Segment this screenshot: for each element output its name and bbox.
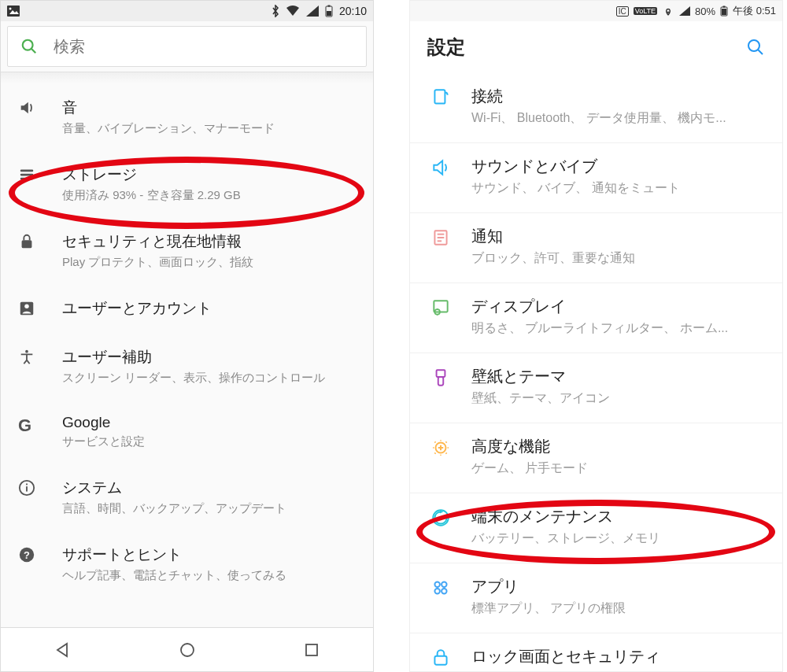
settings-item-storage[interactable]: ストレージ使用済み 93% - 空き容量 2.29 GB [1, 150, 373, 217]
svg-text:?: ? [24, 549, 30, 561]
item-subtitle: ブロック、許可、重要な通知 [471, 250, 767, 267]
svg-rect-48 [434, 656, 446, 665]
item-subtitle: サウンド、 バイブ、 通知をミュート [471, 180, 767, 197]
nav-back-button[interactable] [54, 641, 72, 659]
search-placeholder: 検索 [54, 36, 85, 57]
settings-item-display[interactable]: ディスプレイ明るさ、 ブルーライトフィルター、 ホーム... [410, 283, 782, 353]
item-subtitle: ゲーム、 片手モード [471, 460, 767, 477]
svg-rect-38 [438, 377, 444, 386]
settings-item-wall[interactable]: 壁紙とテーマ壁紙、テーマ、アイコン [410, 353, 782, 423]
settings-item-adv[interactable]: 高度な機能ゲーム、 片手モード [410, 423, 782, 493]
svg-line-8 [31, 49, 36, 54]
settings-item-conn[interactable]: 接続Wi-Fi、 Bluetooth、 データ使用量、 機内モ... [410, 73, 782, 143]
settings-item-lock[interactable]: セキュリティと現在地情報Play プロテクト、画面ロック、指紋 [1, 217, 373, 284]
item-subtitle: Play プロテクト、画面ロック、指紋 [62, 255, 359, 270]
settings-item-info[interactable]: システム言語、時間、バックアップ、アップデート [1, 463, 373, 530]
item-subtitle: 言語、時間、バックアップ、アップデート [62, 501, 359, 516]
help-icon: ? [18, 546, 39, 563]
lock-icon [429, 646, 453, 670]
svg-marker-24 [679, 6, 690, 16]
nav-recents-button[interactable] [304, 642, 320, 658]
item-title: ストレージ [62, 164, 359, 185]
display-icon [429, 296, 453, 319]
item-title: ロック画面とセキュリティ [471, 646, 767, 667]
page-title: 設定 [427, 35, 465, 60]
item-title: 接続 [471, 86, 767, 107]
conn-icon [429, 86, 453, 109]
adv-icon [429, 436, 453, 460]
maint-icon [429, 506, 453, 530]
sound-icon [429, 156, 453, 179]
svg-point-44 [434, 582, 440, 587]
search-icon [20, 38, 38, 55]
settings-item-help[interactable]: ?サポートとヒントヘルプ記事、電話とチャット、使ってみる [1, 530, 373, 597]
user-icon [18, 300, 39, 317]
svg-rect-18 [26, 484, 28, 486]
item-title: 高度な機能 [471, 436, 767, 457]
item-subtitle: ヘルプ記事、電話とチャット、使ってみる [62, 568, 359, 583]
item-title: システム [62, 478, 359, 498]
item-title: ユーザーとアカウント [62, 298, 359, 319]
svg-line-29 [758, 50, 763, 54]
settings-item-sound[interactable]: 音音量、バイブレーション、マナーモード [1, 83, 373, 150]
item-title: ディスプレイ [471, 296, 767, 317]
svg-rect-9 [20, 170, 34, 172]
svg-rect-27 [722, 9, 726, 15]
item-subtitle: 壁紙、テーマ、アイコン [471, 390, 767, 407]
item-title: 音 [62, 98, 359, 118]
bluetooth-icon [272, 5, 279, 17]
scroll-shade [1, 72, 373, 83]
svg-rect-12 [22, 240, 32, 248]
nav-bar [1, 627, 373, 671]
item-title: サポートとヒント [62, 545, 359, 565]
svg-point-28 [748, 40, 759, 51]
svg-rect-10 [20, 174, 34, 176]
status-time: 午後 0:51 [733, 4, 776, 18]
wifi-icon [662, 6, 674, 16]
phone-android-stock: 20:10 検索 音音量、バイブレーション、マナーモードストレージ使用済み 93… [0, 0, 374, 672]
item-subtitle: 明るさ、 ブルーライトフィルター、 ホーム... [471, 320, 767, 337]
settings-header: 設定 [410, 21, 782, 73]
phone-samsung-settings: IC VoLTE 80% 午後 0:51 設定 接続Wi-Fi、 Bluetoo… [409, 0, 783, 672]
settings-item-notif[interactable]: 通知ブロック、許可、重要な通知 [410, 213, 782, 283]
svg-rect-6 [327, 11, 331, 16]
access-icon [18, 349, 39, 366]
signal-icon [679, 6, 690, 16]
status-right-icons: 20:10 [272, 5, 367, 17]
settings-item-lock[interactable]: ロック画面とセキュリティ [410, 633, 782, 672]
wall-icon [429, 366, 453, 390]
settings-list[interactable]: 接続Wi-Fi、 Bluetooth、 データ使用量、 機内モ...サウンドとバ… [410, 73, 782, 672]
svg-rect-17 [26, 486, 28, 491]
svg-point-47 [442, 589, 447, 594]
wifi-icon [286, 6, 300, 17]
nav-home-button[interactable] [179, 641, 196, 659]
item-subtitle: Wi-Fi、 Bluetooth、 データ使用量、 機内モ... [471, 110, 767, 127]
settings-item-maint[interactable]: 端末のメンテナンスバッテリー、ストレージ、メモリ [410, 493, 782, 563]
svg-rect-23 [306, 644, 317, 655]
svg-point-7 [23, 40, 33, 50]
picture-icon [7, 6, 20, 17]
google-icon: G [18, 415, 39, 436]
svg-marker-3 [306, 6, 319, 17]
svg-rect-5 [327, 6, 330, 7]
settings-item-access[interactable]: ユーザー補助スクリーン リーダー、表示、操作のコントロール [1, 333, 373, 400]
search-bar[interactable]: 検索 [7, 26, 367, 67]
svg-point-15 [25, 350, 28, 353]
svg-point-46 [434, 589, 440, 594]
volte-icon: VoLTE [634, 7, 657, 15]
settings-list[interactable]: 音音量、バイブレーション、マナーモードストレージ使用済み 93% - 空き容量 … [1, 83, 373, 597]
status-time: 20:10 [339, 5, 367, 17]
svg-point-2 [9, 8, 12, 10]
settings-item-sound[interactable]: サウンドとバイブサウンド、 バイブ、 通知をミュート [410, 143, 782, 213]
svg-marker-21 [57, 644, 67, 656]
item-subtitle: 使用済み 93% - 空き容量 2.29 GB [62, 188, 359, 203]
svg-rect-37 [437, 370, 445, 377]
search-button[interactable] [746, 38, 765, 57]
settings-item-user[interactable]: ユーザーとアカウント [1, 284, 373, 333]
item-subtitle: 音量、バイブレーション、マナーモード [62, 121, 359, 136]
settings-item-apps[interactable]: アプリ標準アプリ、 アプリの権限 [410, 563, 782, 633]
item-title: ユーザー補助 [62, 347, 359, 367]
settings-item-google[interactable]: GGoogleサービスと設定 [1, 400, 373, 463]
battery-icon [720, 6, 728, 17]
item-title: セキュリティと現在地情報 [62, 231, 359, 252]
